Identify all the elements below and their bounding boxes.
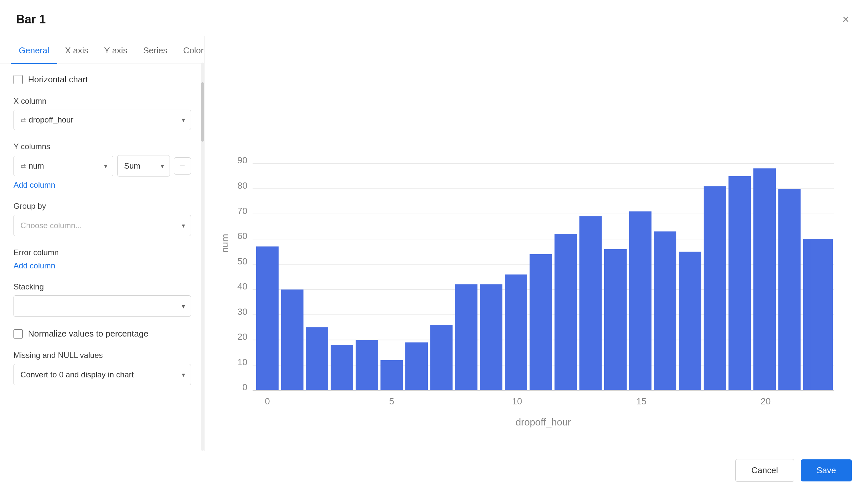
svg-text:10: 10: [512, 396, 522, 406]
svg-text:20: 20: [761, 396, 771, 406]
save-button[interactable]: Save: [801, 459, 852, 482]
y-columns-group: Y columns ⇄ num ▾ Sum Count: [13, 142, 191, 190]
svg-text:90: 90: [238, 155, 248, 165]
y-col-select-wrapper: ⇄ num ▾: [13, 156, 113, 176]
dialog-header: Bar 1 ×: [0, 0, 868, 36]
normalize-label: Normalize values to percentage: [28, 329, 149, 339]
add-error-column-button[interactable]: Add column: [13, 261, 191, 270]
y-col-icon: ⇄: [21, 162, 26, 170]
x-column-select-wrapper: ⇄ dropoff_hour ▾: [13, 110, 191, 130]
tab-general[interactable]: General: [11, 36, 57, 64]
x-axis-label: dropoff_hour: [516, 417, 571, 427]
svg-text:5: 5: [389, 396, 394, 406]
normalize-checkbox[interactable]: [13, 329, 23, 339]
x-column-select[interactable]: ⇄ dropoff_hour: [13, 110, 191, 130]
x-column-label: X column: [13, 96, 191, 106]
svg-text:0: 0: [265, 396, 270, 406]
scrollbar-track[interactable]: [201, 63, 204, 451]
bar-1: [281, 289, 303, 390]
x-axis-ticks: 0 5 10 15 20: [265, 396, 771, 406]
remove-y-column-button[interactable]: −: [174, 157, 191, 175]
missing-null-label: Missing and NULL values: [13, 351, 191, 360]
dialog: Bar 1 × General X axis Y axis Series Col…: [0, 0, 868, 490]
tab-colors[interactable]: Colors: [175, 36, 205, 64]
horizontal-chart-checkbox[interactable]: [13, 75, 23, 84]
x-column-group: X column ⇄ dropoff_hour ▾: [13, 96, 191, 130]
group-by-label: Group by: [13, 202, 191, 211]
scrollbar-thumb[interactable]: [201, 82, 204, 142]
stacking-select[interactable]: Normal Percent: [13, 296, 191, 317]
y-col-value: num: [29, 161, 44, 171]
add-y-column-button[interactable]: Add column: [13, 180, 191, 190]
svg-text:70: 70: [238, 206, 248, 216]
y-axis-label: num: [219, 234, 230, 253]
bar-21: [778, 189, 801, 390]
svg-text:20: 20: [238, 332, 248, 342]
missing-null-select-wrapper: Convert to 0 and display in chart Skip/i…: [13, 364, 191, 385]
bar-13: [579, 216, 601, 390]
bar-6: [405, 342, 428, 391]
tab-series[interactable]: Series: [135, 36, 176, 64]
svg-text:80: 80: [238, 180, 248, 191]
bar-14: [604, 249, 627, 391]
bar-2: [306, 327, 328, 390]
bar-15: [629, 211, 651, 390]
bar-16: [654, 232, 676, 391]
bar-7: [430, 325, 453, 391]
bar-17: [679, 252, 701, 390]
svg-text:10: 10: [238, 357, 248, 367]
x-column-icon: ⇄: [21, 116, 26, 124]
bar-12: [555, 234, 577, 390]
y-columns-row: ⇄ num ▾ Sum Count Average Min Max: [13, 155, 191, 177]
y-columns-label: Y columns: [13, 142, 191, 151]
close-button[interactable]: ×: [840, 11, 852, 28]
form-area: Horizontal chart X column ⇄ dropoff_hour…: [0, 64, 204, 396]
bar-9: [480, 284, 502, 390]
group-by-select-wrapper: Choose column... ▾: [13, 215, 191, 236]
x-column-value: dropoff_hour: [29, 115, 73, 124]
dialog-footer: Cancel Save: [0, 451, 868, 490]
group-by-select[interactable]: Choose column...: [13, 215, 191, 236]
y-col-select[interactable]: ⇄ num: [13, 156, 113, 176]
svg-text:30: 30: [238, 307, 248, 317]
stacking-group: Stacking Normal Percent ▾: [13, 282, 191, 317]
cancel-button[interactable]: Cancel: [735, 459, 794, 482]
tab-xaxis[interactable]: X axis: [57, 36, 96, 64]
chart-container: num 0 10 20 30 40 50 60 70 80 90: [218, 50, 848, 444]
bar-0: [256, 246, 279, 390]
bar-4: [355, 340, 378, 390]
stacking-label: Stacking: [13, 282, 191, 292]
svg-text:15: 15: [636, 396, 646, 406]
bar-10: [505, 275, 527, 391]
bar-5: [380, 360, 403, 390]
right-panel: num 0 10 20 30 40 50 60 70 80 90: [205, 36, 868, 451]
agg-select-wrapper: Sum Count Average Min Max ▾: [117, 155, 170, 177]
dialog-title: Bar 1: [16, 12, 46, 26]
missing-null-select[interactable]: Convert to 0 and display in chart Skip/i…: [13, 364, 191, 385]
bar-19: [728, 176, 751, 391]
missing-null-group: Missing and NULL values Convert to 0 and…: [13, 351, 191, 385]
bars-group: [256, 168, 833, 390]
tab-yaxis[interactable]: Y axis: [96, 36, 135, 64]
bar-20: [753, 168, 776, 390]
svg-text:50: 50: [238, 256, 248, 267]
normalize-row: Normalize values to percentage: [13, 329, 191, 339]
group-by-group: Group by Choose column... ▾: [13, 202, 191, 236]
bar-3: [331, 345, 353, 390]
chart-svg: num 0 10 20 30 40 50 60 70 80 90: [218, 50, 848, 444]
svg-text:0: 0: [242, 382, 247, 392]
svg-text:60: 60: [238, 231, 248, 241]
left-panel: General X axis Y axis Series Colors Data…: [0, 36, 205, 451]
tabs-container: General X axis Y axis Series Colors Data…: [0, 36, 204, 64]
error-column-group: Error column Add column: [13, 248, 191, 270]
error-column-label: Error column: [13, 248, 191, 257]
dialog-body: General X axis Y axis Series Colors Data…: [0, 36, 868, 451]
stacking-select-wrapper: Normal Percent ▾: [13, 296, 191, 317]
bar-18: [704, 186, 726, 391]
bar-8: [455, 284, 477, 390]
agg-select[interactable]: Sum Count Average Min Max: [117, 155, 170, 177]
bar-11: [529, 254, 552, 391]
horizontal-chart-row: Horizontal chart: [13, 74, 191, 85]
bar-23: [810, 239, 833, 390]
svg-text:40: 40: [238, 281, 248, 292]
